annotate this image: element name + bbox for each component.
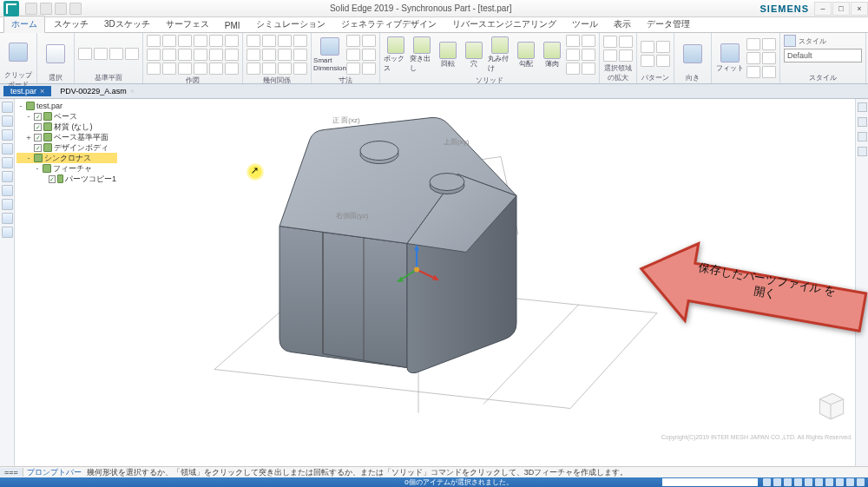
smart-dimension-button[interactable]: Smart Dimension — [315, 37, 345, 72]
document-tab[interactable]: PDV-00229_A.asm× — [53, 86, 141, 96]
tree-row[interactable]: -シンクロナス — [16, 153, 117, 163]
ribbon-tab[interactable]: サーフェス — [159, 16, 216, 32]
brand-label: SIEMENS — [760, 3, 809, 14]
thin-icon — [543, 42, 561, 59]
window-title: Solid Edge 2019 - Synchronous Part - [te… — [82, 3, 760, 13]
prompt-prefix: === — [0, 468, 23, 477]
draft-button[interactable]: 勾配 — [514, 42, 538, 69]
rail-icon[interactable] — [2, 199, 13, 210]
ribbon-tab[interactable]: シミュレーション — [249, 16, 332, 32]
rail-icon[interactable] — [2, 213, 13, 224]
document-tab[interactable]: test.par× — [3, 86, 51, 96]
section-buttons[interactable] — [603, 36, 633, 62]
tree-row[interactable]: ✓デザインボディ — [16, 142, 117, 153]
left-toolbar — [0, 99, 15, 466]
round-button[interactable]: 丸み付け — [488, 36, 512, 73]
pattern-buttons[interactable] — [641, 41, 670, 67]
part-icon — [26, 102, 35, 110]
svg-point-3 — [430, 174, 464, 191]
ribbon-tabs: ホームスケッチ3DスケッチサーフェスPMIシミュレーションジェネラティブデザイン… — [0, 17, 868, 33]
round-icon — [491, 36, 509, 54]
rail-icon[interactable] — [2, 115, 13, 127]
revolve-button[interactable]: 回転 — [436, 42, 460, 69]
status-icon[interactable] — [825, 478, 833, 486]
rail-icon[interactable] — [2, 102, 13, 113]
draw-buttons[interactable] — [147, 35, 239, 75]
qat-undo-icon[interactable] — [40, 3, 52, 15]
status-icon[interactable] — [815, 478, 823, 486]
style-select[interactable]: Default — [784, 49, 862, 63]
status-icon[interactable] — [773, 478, 781, 486]
hole-button[interactable]: 穴 — [462, 42, 486, 69]
view-buttons[interactable] — [746, 38, 776, 78]
qat-redo-icon[interactable] — [55, 3, 67, 15]
rail-icon[interactable] — [2, 227, 13, 238]
plane-buttons[interactable] — [78, 48, 139, 60]
copyright: Copyright(C)2019 INTER MESH JAPAN CO.,LT… — [661, 434, 852, 440]
rail-icon[interactable] — [2, 171, 13, 182]
solid-extra-buttons[interactable] — [566, 35, 595, 75]
prompt-label: プロンプトバー — [23, 467, 85, 478]
svg-point-12 — [414, 267, 419, 273]
status-icon[interactable] — [857, 478, 865, 486]
command-search[interactable] — [662, 478, 758, 486]
rail-icon[interactable] — [858, 132, 867, 141]
group-draw: 作図 — [147, 75, 239, 86]
fit-button[interactable]: フィット — [715, 41, 745, 76]
tree-row[interactable]: +✓ベース基準平面 — [16, 132, 117, 142]
group-style: スタイル — [784, 72, 862, 83]
ribbon-tab[interactable]: ジェネラティブデザイン — [334, 16, 444, 32]
minimize-button[interactable]: – — [814, 2, 832, 16]
status-icon[interactable] — [805, 478, 812, 486]
group-dimension: 寸法 — [315, 75, 376, 86]
tree-row[interactable]: ✓材質 (なし) — [16, 122, 117, 132]
status-icon[interactable] — [763, 478, 771, 486]
status-icon[interactable] — [794, 478, 802, 486]
qat-more-icon[interactable] — [69, 3, 82, 15]
rel-buttons[interactable] — [247, 35, 307, 75]
ribbon-tab[interactable]: リバースエンジニアリング — [445, 16, 563, 32]
close-button[interactable]: × — [851, 2, 868, 16]
rail-icon[interactable] — [858, 102, 867, 112]
ribbon-tab[interactable]: 表示 — [607, 16, 638, 32]
clipboard-icon — [9, 43, 28, 62]
orient-button[interactable] — [678, 36, 707, 71]
ribbon-tab[interactable]: ツール — [565, 16, 605, 32]
ribbon-tab[interactable]: データ管理 — [640, 16, 697, 32]
app-icon[interactable] — [3, 1, 19, 16]
rail-icon[interactable] — [858, 147, 867, 156]
box-button[interactable]: ボックス — [384, 36, 408, 73]
fit-icon — [720, 43, 740, 63]
revolve-icon — [439, 42, 457, 59]
feature-tree[interactable]: -test.par -✓ベース✓材質 (なし)+✓ベース基準平面✓デザインボディ… — [15, 99, 119, 186]
view-cube[interactable] — [812, 386, 849, 423]
dimension-icon — [320, 37, 339, 56]
qat-save-icon[interactable] — [25, 3, 37, 15]
status-icon[interactable] — [836, 478, 844, 486]
ribbon-tab[interactable]: PMI — [218, 19, 247, 32]
status-message: 0個のアイテムが選択されました。 — [260, 477, 657, 487]
paste-button[interactable] — [3, 35, 33, 69]
ribbon-tab[interactable]: ホーム — [3, 16, 45, 33]
ribbon-tab[interactable]: スケッチ — [47, 16, 95, 32]
ribbon-tab[interactable]: 3Dスケッチ — [97, 16, 157, 32]
tree-row[interactable]: -✓ベース — [16, 111, 117, 122]
dim-buttons[interactable] — [346, 35, 376, 75]
status-bar: 0個のアイテムが選択されました。 — [0, 477, 868, 487]
rail-icon[interactable] — [858, 117, 867, 127]
rail-icon[interactable] — [2, 185, 13, 196]
tree-row[interactable]: ✓パーツコピー1 — [16, 174, 117, 184]
thin-button[interactable]: 薄肉 — [540, 42, 564, 69]
extrude-button[interactable]: 突き出し — [410, 36, 434, 73]
tree-row[interactable]: -フィーチャ — [16, 163, 117, 174]
rail-icon[interactable] — [2, 143, 13, 155]
status-icon[interactable] — [784, 478, 792, 486]
plane-label-front: 正 面(xz) — [332, 116, 360, 124]
select-button[interactable] — [41, 36, 70, 71]
maximize-button[interactable]: □ — [832, 2, 850, 16]
rail-icon[interactable] — [2, 157, 13, 168]
group-select: 選択 — [41, 72, 70, 83]
tree-root[interactable]: -test.par — [16, 101, 117, 111]
rail-icon[interactable] — [2, 129, 13, 141]
status-icon[interactable] — [846, 478, 854, 486]
